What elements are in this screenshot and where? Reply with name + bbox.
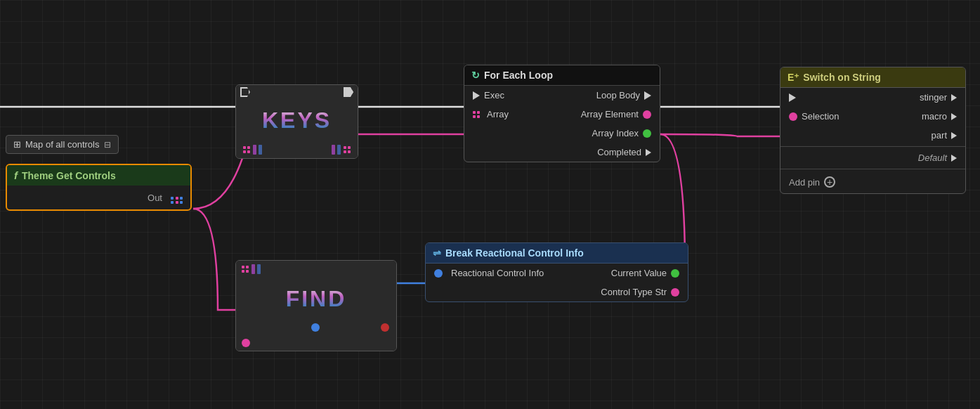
switch-node-title: Switch on String [803, 72, 880, 83]
add-pin-icon: + [824, 176, 835, 188]
array-label: Array [487, 109, 509, 119]
foreach-header: ↻ For Each Loop [464, 65, 660, 86]
array-index-pin [643, 129, 651, 138]
switch-exec-in [789, 93, 796, 102]
map-settings-icon: ⊟ [104, 140, 111, 150]
find-blue-pin [311, 323, 320, 332]
loop-icon: ↻ [471, 70, 480, 81]
loop-body-pin [644, 91, 651, 100]
break-node-title: Break Reactional Control Info [445, 247, 584, 259]
theme-node-header: f Theme Get Controls [7, 165, 190, 186]
switch-icon: E⁺ [788, 72, 799, 83]
keys-node-header [236, 85, 358, 99]
find-node: FIND [235, 260, 397, 351]
exec-label: Exec [484, 90, 504, 100]
break-reactional-node: ⇌ Break Reactional Control Info Reaction… [425, 242, 688, 302]
map-controls-button[interactable]: ⊞ Map of all controls ⊟ [6, 135, 119, 154]
switch-on-string-node: E⁺ Switch on String stinger Selection ma… [780, 67, 966, 194]
switch-divider2 [780, 169, 965, 169]
map-icon: ⊞ [13, 139, 21, 150]
func-icon: f [14, 169, 18, 181]
loop-body-label: Loop Body [596, 90, 640, 100]
current-value-label: Current Value [611, 268, 667, 278]
foreach-completed-row: Completed [464, 143, 660, 162]
reactional-label: Reactional Control Info [451, 268, 544, 278]
keys-node: KEYS [235, 84, 358, 159]
foreach-array-row: Array Array Element [464, 105, 660, 124]
exec-in-pin [473, 91, 480, 100]
completed-label: Completed [597, 147, 641, 157]
array-in-pin [473, 111, 480, 118]
find-node-footer [236, 320, 396, 335]
theme-node-title: Theme Get Controls [22, 170, 116, 181]
macro-pin [951, 113, 957, 120]
array-element-label: Array Element [581, 109, 639, 119]
reactional-in-pin [434, 269, 443, 278]
add-pin-row[interactable]: Add pin + [780, 171, 965, 193]
control-type-label: Control Type Str [601, 287, 667, 297]
keys-grid-out [332, 145, 351, 155]
out-pin-icon [171, 191, 183, 204]
part-label: part [932, 130, 947, 141]
add-pin-label: Add pin [789, 177, 820, 188]
find-grid-in [242, 264, 261, 274]
keys-label: KEYS [262, 108, 332, 134]
keys-exec-in [240, 87, 250, 97]
find-node-body: FIND [236, 278, 396, 320]
find-label: FIND [286, 286, 347, 312]
switch-default-row: Default [780, 148, 965, 167]
foreach-loop-node: ↻ For Each Loop Exec Loop Body Array Arr… [464, 65, 660, 162]
foreach-exec-row: Exec Loop Body [464, 86, 660, 105]
selection-in-pin [789, 112, 797, 121]
current-value-pin [671, 269, 679, 278]
map-controls-label: Map of all controls [25, 139, 100, 150]
stinger-pin [951, 94, 957, 101]
break-icon: ⇌ [433, 247, 441, 259]
macro-label: macro [922, 111, 947, 122]
default-pin [951, 155, 957, 162]
switch-node-header: E⁺ Switch on String [780, 67, 965, 88]
find-node-header [236, 261, 396, 278]
keys-node-body: KEYS [236, 99, 358, 141]
break-reactional-row: Reactional Control Info Current Value [426, 264, 688, 283]
out-label: Out [148, 193, 162, 203]
keys-node-footer [236, 141, 358, 158]
switch-part-row: part [780, 126, 965, 145]
completed-pin [646, 149, 651, 156]
keys-exec-out [344, 87, 353, 97]
find-pink-pin [242, 339, 250, 347]
break-node-header: ⇌ Break Reactional Control Info [426, 243, 688, 264]
switch-divider [780, 146, 965, 147]
theme-node-body: Out [7, 186, 190, 209]
default-label: Default [918, 152, 947, 163]
theme-get-controls-node: f Theme Get Controls Out [6, 164, 192, 211]
part-pin [951, 132, 957, 139]
selection-label: Selection [802, 111, 839, 122]
foreach-title: For Each Loop [484, 70, 553, 81]
stinger-label: stinger [920, 92, 947, 103]
find-pink-pin-row [236, 335, 396, 351]
break-controltype-row: Control Type Str [426, 283, 688, 301]
keys-grid-in [243, 145, 262, 155]
array-index-label: Array Index [592, 128, 639, 138]
switch-exec-row: stinger [780, 88, 965, 107]
array-element-pin [643, 110, 651, 119]
switch-selection-row: Selection macro [780, 107, 965, 126]
find-red-pin [381, 323, 389, 332]
foreach-index-row: Array Index [464, 124, 660, 143]
control-type-pin [671, 288, 679, 297]
